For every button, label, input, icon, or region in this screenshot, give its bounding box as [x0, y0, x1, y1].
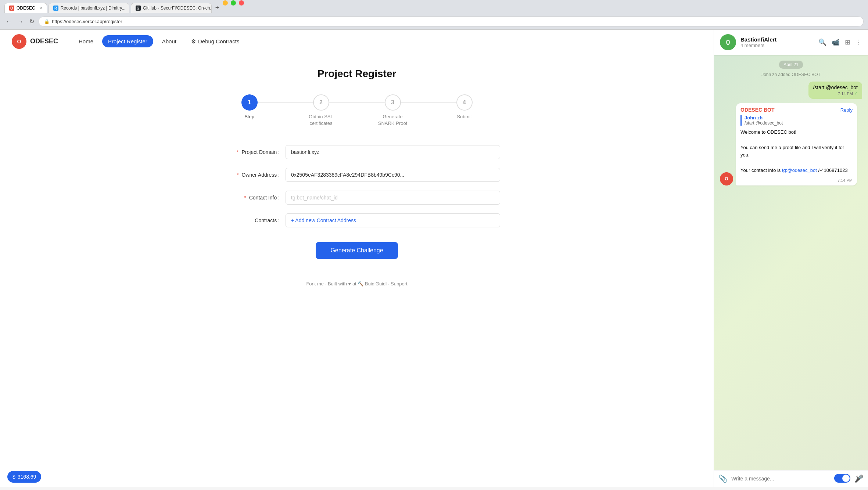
tab-label-3: GitHub - SecurFi/ODESEC: On-ch... [143, 6, 212, 11]
tg-more-button[interactable]: ⋮ [856, 38, 862, 46]
tg-date-text: April 21 [779, 61, 803, 69]
logo-icon: O [12, 34, 26, 49]
tg-attach-button[interactable]: 📎 [718, 474, 728, 483]
tg-bot-header: ODESEC BOT Reply [736, 103, 857, 115]
minimize-button[interactable] [223, 0, 228, 6]
close-button[interactable] [239, 0, 244, 6]
browser-chrome: O ODESEC ✕ R Records | bastionfi.xyz | D… [0, 0, 868, 30]
tg-members-count: 4 members [740, 43, 776, 48]
field-label-contracts: Contracts : [214, 217, 280, 223]
lock-icon: 🔒 [44, 19, 50, 24]
tg-bot-message: O ODESEC BOT Reply John zh /start @odese… [720, 103, 862, 185]
tab-records[interactable]: R Records | bastionfi.xyz | Dimitry... ✕ [49, 3, 129, 13]
nav-about[interactable]: About [156, 35, 182, 47]
required-star-contact: * [244, 195, 246, 201]
tg-bot-body: Welcome to ODESEC bot! You can send me a… [736, 129, 857, 178]
tg-sent-bubble: /start @odesec_bot 7:14 PM ✓ [808, 82, 862, 99]
step-circle-3: 3 [385, 94, 401, 111]
step-circle-2: 2 [313, 94, 329, 111]
tg-sent-text: /start @odesec_bot [813, 84, 858, 90]
logo-text: ODESEC [30, 37, 58, 45]
tg-video-button[interactable]: 📹 [832, 38, 840, 46]
tg-bot-time: 7:14 PM [837, 178, 853, 183]
steps-row: 1 Step 2 Obtain SSLcertificates 3 Genera… [214, 94, 500, 127]
telegram-pane: 0 BastionfiAlert 4 members 🔍 📹 ⊞ ⋮ April… [714, 30, 868, 487]
main-layout: O ODESEC Home Project Register About ⚙ D… [0, 30, 868, 487]
tg-system-message: John zh added ODESEC BOT [720, 72, 862, 77]
tg-chat-area: April 21 John zh added ODESEC BOT /start… [714, 55, 868, 470]
step-label-2: Obtain SSLcertificates [309, 114, 333, 127]
generate-challenge-button[interactable]: Generate Challenge [316, 242, 398, 259]
site-footer: Fork me · Built with ♥ at 🔨 BuidlGuidl ·… [0, 274, 714, 294]
project-domain-input[interactable] [286, 145, 500, 159]
bottom-right-controls: ☀ [834, 474, 861, 483]
nav-home[interactable]: Home [73, 35, 99, 47]
step-circle-4: 4 [456, 94, 473, 111]
tg-sent-meta: 7:14 PM ✓ [813, 91, 858, 96]
tg-bot-line-2: You can send me a proof file and I will … [740, 144, 853, 159]
required-star-domain: * [237, 149, 238, 155]
tab-label-1: ODESEC [17, 6, 35, 11]
step-2: 2 Obtain SSLcertificates [285, 94, 357, 127]
add-contract-button[interactable]: + Add new Contract Address [286, 213, 500, 227]
tg-quote-text: /start @odesec_bot [745, 120, 853, 126]
step-label-3: GenerateSNARK Proof [378, 114, 407, 127]
forward-button[interactable]: → [16, 17, 25, 26]
reload-button[interactable]: ↻ [28, 17, 36, 26]
tab-github[interactable]: G GitHub - SecurFi/ODESEC: On-ch... ✕ [131, 3, 212, 13]
nav-debug-contracts[interactable]: ⚙ Debug Contracts [185, 35, 245, 48]
step-4: 4 Submit [428, 94, 500, 120]
maximize-button[interactable] [231, 0, 236, 6]
tg-check-icon: ✓ [854, 91, 858, 96]
window-controls [223, 0, 244, 6]
footer-text: Fork me · Built with ♥ at 🔨 BuidlGuidl ·… [306, 281, 407, 287]
tg-sent-message: /start @odesec_bot 7:14 PM ✓ [720, 82, 862, 99]
tg-bot-line-1: Welcome to ODESEC bot! [740, 129, 853, 136]
page-content: Project Register 1 Step 2 Obtain SSLcert… [191, 53, 522, 274]
theme-toggle[interactable] [834, 474, 850, 483]
debug-icon: ⚙ [191, 38, 196, 45]
nav-project-register[interactable]: Project Register [102, 35, 153, 47]
balance-icon: $ [12, 474, 15, 480]
required-star-owner: * [237, 172, 238, 178]
tg-channel-info: BastionfiAlert 4 members [740, 36, 776, 48]
new-tab-button[interactable]: + [213, 3, 222, 12]
tg-bot-bubble: ODESEC BOT Reply John zh /start @odesec_… [736, 103, 857, 185]
website-pane: O ODESEC Home Project Register About ⚙ D… [0, 30, 714, 487]
step-1: 1 Step [214, 94, 285, 120]
tg-bot-avatar: O [720, 172, 733, 185]
field-label-project-domain: * Project Domain : [214, 149, 280, 155]
nav-links: Home Project Register About ⚙ Debug Cont… [73, 35, 245, 48]
tg-bot-meta: 7:14 PM [736, 178, 857, 185]
tab-bar: O ODESEC ✕ R Records | bastionfi.xyz | D… [4, 3, 864, 13]
field-owner-address: * Owner Address : [214, 168, 500, 182]
tg-channel-name: BastionfiAlert [740, 36, 776, 43]
owner-address-input[interactable] [286, 168, 500, 182]
tg-bot-name: ODESEC BOT [740, 107, 775, 113]
tab-favicon-3: G [136, 6, 141, 11]
sun-icon[interactable]: ☀ [855, 474, 861, 482]
tg-layout-button[interactable]: ⊞ [845, 38, 850, 46]
step-circle-1: 1 [241, 94, 258, 111]
tab-odesec[interactable]: O ODESEC ✕ [4, 3, 47, 13]
balance-amount: 3168.69 [18, 474, 36, 480]
tab-close-1[interactable]: ✕ [39, 6, 42, 11]
tg-search-button[interactable]: 🔍 [818, 38, 826, 46]
address-bar[interactable]: 🔒 https://odesec.vercel.app/register [39, 17, 864, 26]
url-text: https://odesec.vercel.app/register [52, 19, 122, 24]
tg-header: 0 BastionfiAlert 4 members 🔍 📹 ⊞ ⋮ [714, 30, 868, 55]
step-label-1: Step [244, 114, 254, 120]
tg-bot-line-3: Your contact info is tg:@odesec_bot /-41… [740, 167, 853, 174]
tg-header-actions: 🔍 📹 ⊞ ⋮ [818, 38, 862, 46]
contact-info-input[interactable] [286, 191, 500, 205]
step-label-4: Submit [457, 114, 471, 120]
tg-quote: John zh /start @odesec_bot [740, 115, 853, 126]
step-3: 3 GenerateSNARK Proof [357, 94, 428, 127]
page-title: Project Register [214, 68, 500, 80]
tab-favicon-2: R [53, 6, 58, 11]
tg-message-input[interactable] [731, 476, 833, 482]
field-label-contact-info: * Contact Info : [214, 195, 280, 201]
tab-label-2: Records | bastionfi.xyz | Dimitry... [61, 6, 126, 11]
tg-reply-button[interactable]: Reply [840, 107, 853, 113]
back-button[interactable]: ← [4, 17, 13, 26]
